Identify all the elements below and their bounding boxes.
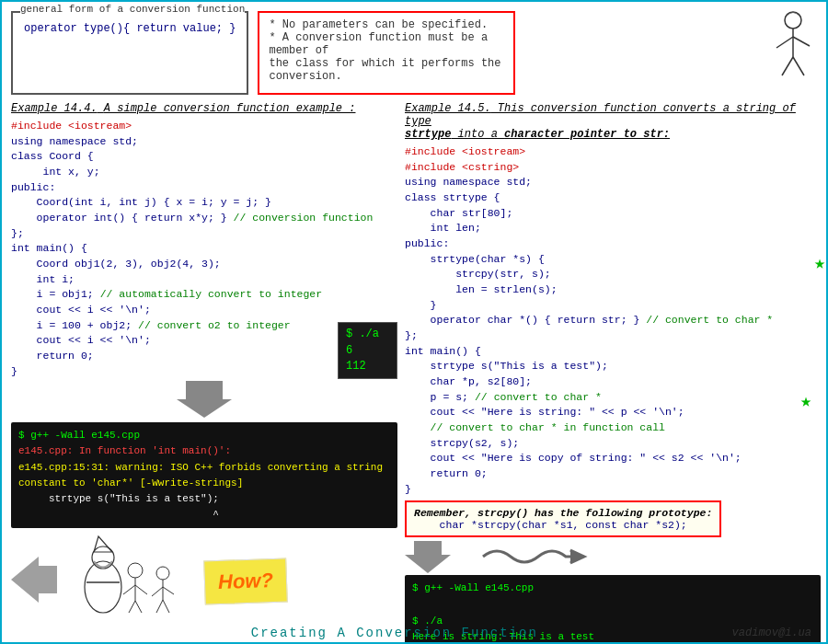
arrow-left-down <box>11 557 57 605</box>
remember-box: Remember, strcpy() has the following pro… <box>405 500 721 537</box>
arrow-down-left <box>11 381 397 420</box>
remember-code: char *strcpy(char *s1, const char *s2); <box>414 519 712 531</box>
svg-marker-6 <box>177 381 232 418</box>
svg-line-14 <box>135 585 147 594</box>
svg-marker-23 <box>405 541 451 573</box>
svg-marker-7 <box>11 557 57 603</box>
left-bottom-decorative: How? <box>11 532 397 631</box>
svg-line-5 <box>793 57 804 75</box>
note-line-2: * A conversion function must be a member… <box>269 31 504 57</box>
top-section: general form of a conversion function op… <box>11 11 821 95</box>
decorative-figure <box>765 11 821 95</box>
notes-box: * No parameters can be specified. * A co… <box>258 11 515 95</box>
svg-line-15 <box>129 601 135 613</box>
wave-arrow-right <box>478 541 589 573</box>
svg-line-4 <box>782 57 793 75</box>
star-2: ★ <box>800 388 811 415</box>
right-bottom-area <box>405 541 821 573</box>
remember-title: Remember, strcpy() has the following pro… <box>414 507 712 519</box>
svg-line-22 <box>163 600 169 613</box>
page-email: vadimov@i.ua <box>732 627 811 639</box>
santa-illustration <box>66 532 186 631</box>
arrow-down-right <box>405 541 451 573</box>
main-content: Example 14.4. A simple conversion functi… <box>11 102 821 644</box>
note-line-3: the class for which it performs the conv… <box>269 57 504 83</box>
svg-line-2 <box>776 37 793 48</box>
svg-point-17 <box>156 567 169 580</box>
svg-line-19 <box>152 587 163 596</box>
example1-code: #include <iostream> using namespace std;… <box>11 119 397 379</box>
general-form-code: operator type(){ return value; } <box>24 22 236 35</box>
svg-line-3 <box>793 37 810 46</box>
right-panel: Example 14.5. This conversion function c… <box>405 102 821 644</box>
example2-title: Example 14.5. This conversion function c… <box>405 102 821 141</box>
error-terminal-box: $ g++ -Wall e145.cpp e145.cpp: In functi… <box>11 422 397 527</box>
small-terminal: $ ./a 6 112 <box>338 322 397 379</box>
page-title: Creating A Conversion Function <box>251 626 538 640</box>
svg-line-21 <box>156 600 163 613</box>
star-1: ★ <box>814 250 825 277</box>
example1-title: Example 14.4. A simple conversion functi… <box>11 102 397 115</box>
left-panel: Example 14.4. A simple conversion functi… <box>11 102 397 644</box>
bottom-bar: Creating A Conversion Function vadimov@i… <box>2 626 828 640</box>
svg-point-11 <box>128 563 143 578</box>
svg-line-13 <box>123 585 135 594</box>
general-form-label: general form of a conversion function <box>20 4 245 15</box>
svg-line-20 <box>163 587 174 594</box>
page-container: general form of a conversion function op… <box>2 2 828 644</box>
general-form-box: general form of a conversion function op… <box>11 11 248 95</box>
example2-code: #include <iostream> #include <cstring> u… <box>405 144 821 497</box>
note-line-1: * No parameters can be specified. <box>269 18 504 31</box>
how-sticky-note: How? <box>203 558 288 604</box>
svg-line-16 <box>135 601 142 613</box>
